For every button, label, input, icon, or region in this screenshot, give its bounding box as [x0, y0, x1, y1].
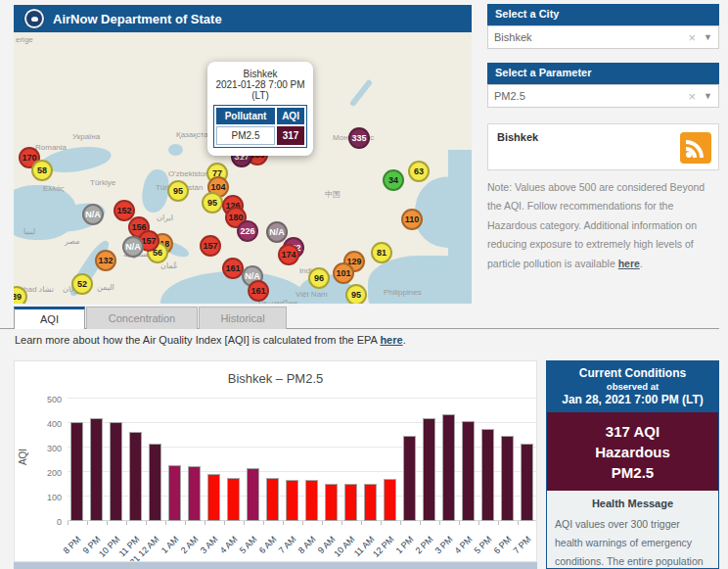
aqi-marker[interactable]: N/A	[122, 236, 144, 258]
learn-more-text: Learn more about how the Air Quality Ind…	[15, 334, 406, 346]
y-tick-label: 500	[30, 395, 62, 404]
chart-bar	[521, 444, 533, 521]
footer-strip	[14, 562, 537, 569]
chart-bar	[110, 422, 122, 521]
aqi-marker[interactable]: 81	[371, 242, 392, 263]
aqi-marker[interactable]: 95	[345, 284, 367, 304]
x-tick-mark	[459, 521, 460, 525]
aqi-marker[interactable]: 52	[71, 273, 93, 295]
aqi-marker[interactable]: N/A	[266, 221, 288, 243]
x-tick-mark	[107, 521, 108, 525]
map-label: ليبيا	[23, 227, 35, 236]
chart-title: Bishkek – PM2.5	[15, 371, 536, 386]
aqi-marker[interactable]: 226	[237, 220, 258, 242]
select-city-header: Select a City	[487, 4, 719, 25]
map-label: ايران	[157, 213, 173, 222]
x-tick-mark	[518, 521, 519, 525]
rss-icon[interactable]	[680, 132, 711, 164]
parameter-select[interactable]: PM2.5 × ▼	[487, 84, 719, 108]
aqi-marker[interactable]: 110	[401, 209, 423, 230]
aqi-marker[interactable]: 161	[222, 258, 244, 279]
health-message-block: Health Message AQI values over 300 trigg…	[547, 491, 718, 569]
aqi-pollutant: PM2.5	[547, 464, 718, 481]
chart-bar	[168, 465, 181, 521]
tab-historical[interactable]: Historical	[199, 307, 287, 329]
health-message-text: AQI values over 300 trigger health warni…	[555, 515, 710, 569]
chart-plot: 8 PM9 PM10 PM11 PMJan 28, 2021 12 AM1 AM…	[68, 399, 537, 521]
x-tick-mark	[165, 521, 166, 525]
map[interactable]: erigeRomaniaУкраїнаTürkiyeΕλλάςليبيامصرا…	[14, 32, 472, 304]
aqi-marker[interactable]: 174	[278, 244, 299, 265]
aqi-marker[interactable]: 161	[248, 280, 269, 302]
chart-bar	[384, 479, 396, 521]
map-label: مصر	[65, 237, 80, 246]
clear-icon[interactable]: ×	[688, 89, 696, 104]
aqi-marker[interactable]: 63	[408, 161, 430, 182]
popup-pollutant-value: PM2.5	[216, 126, 275, 145]
tab-aqi[interactable]: AQI	[14, 307, 85, 329]
tab-concentration[interactable]: Concentration	[86, 307, 198, 329]
aqi-marker[interactable]: 157	[200, 235, 221, 257]
rss-city-label: Bishkek	[497, 131, 538, 143]
app-title: AirNow Department of State	[53, 12, 222, 26]
city-select[interactable]: Bishkek × ▼	[487, 25, 719, 49]
map-label: O'zbekiston	[168, 169, 209, 178]
x-tick-mark	[361, 521, 362, 525]
map-label: 中国	[325, 189, 341, 200]
map-label: Україна	[72, 132, 100, 141]
chevron-down-icon[interactable]: ▼	[704, 32, 712, 42]
note-text: Note: Values above 500 are considered Be…	[487, 178, 720, 273]
y-tick-label: 100	[30, 493, 62, 502]
aqi-marker[interactable]: 58	[31, 160, 53, 181]
note-here-link[interactable]: here	[618, 258, 640, 269]
current-conditions-title: Current Conditions	[551, 366, 714, 380]
chart-bar	[305, 480, 318, 521]
aqi-marker[interactable]: 34	[383, 169, 404, 191]
aqi-marker[interactable]: N/A	[82, 204, 104, 225]
chart-bar	[247, 468, 259, 521]
x-tick-mark	[224, 521, 225, 525]
health-message-title: Health Message	[555, 498, 710, 509]
chart-bar	[90, 418, 103, 521]
learn-more-suffix: .	[403, 334, 406, 346]
x-tick-mark	[381, 521, 382, 525]
x-tick-mark	[400, 521, 401, 525]
aqi-marker[interactable]: 95	[202, 192, 223, 213]
x-tick-mark	[68, 521, 68, 525]
clear-icon[interactable]: ×	[688, 30, 696, 45]
popup-lt: (LT)	[213, 90, 307, 101]
popup-table: Pollutant AQI PM2.5 317	[213, 105, 307, 148]
aqi-marker[interactable]: 335	[348, 127, 370, 149]
chart-bar	[501, 436, 514, 521]
y-tick-label: 400	[30, 419, 62, 429]
current-conditions-card: Current Conditions observed at Jan 28, 2…	[546, 360, 719, 569]
chart-bar	[423, 418, 435, 521]
map-popup: Bishkek 2021-01-28 7:00 PM (LT) Pollutan…	[207, 62, 313, 156]
popup-city: Bishkek	[213, 69, 307, 79]
aqi-marker[interactable]: 95	[167, 180, 189, 202]
x-tick-mark	[263, 521, 264, 525]
map-label: Ελλάς	[43, 184, 65, 193]
chart-bar	[344, 484, 357, 521]
water-shape	[448, 150, 472, 287]
chart-bar	[442, 414, 455, 521]
map-label: erige	[16, 35, 33, 44]
aqi-marker[interactable]: 132	[95, 250, 116, 271]
chart-bar	[129, 432, 142, 521]
airnow-page: AirNow Department of State erigeRomaniaУ…	[0, 0, 728, 569]
x-tick-mark	[420, 521, 421, 525]
current-conditions-header: Current Conditions observed at Jan 28, 2…	[547, 361, 718, 412]
chevron-down-icon[interactable]: ▼	[704, 91, 712, 101]
aqi-marker[interactable]: 101	[333, 262, 354, 284]
x-tick-mark	[185, 521, 186, 525]
chart-bar	[481, 429, 494, 521]
learn-more-here-link[interactable]: here	[380, 334, 402, 346]
chart-bar	[207, 474, 220, 521]
x-tick-mark	[244, 521, 245, 525]
app-header: AirNow Department of State	[14, 5, 472, 32]
water-shape	[168, 144, 183, 156]
chart-bar	[325, 484, 338, 521]
x-tick-mark	[478, 521, 479, 525]
aqi-marker[interactable]: 96	[308, 267, 330, 289]
aqi-summary-block: 317 AQI Hazardous PM2.5	[547, 412, 718, 491]
